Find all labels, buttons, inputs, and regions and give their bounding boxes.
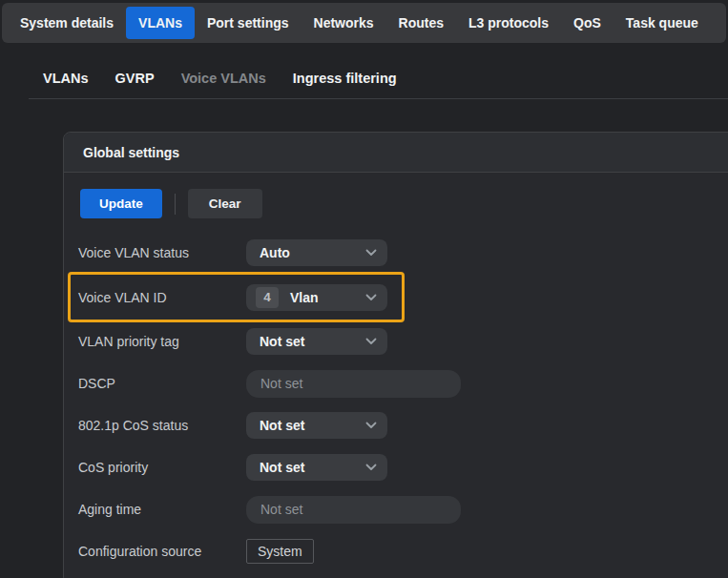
voice-vlan-id-dropdown[interactable]: 4 Vlan [246,284,387,311]
vlan-priority-tag-dropdown[interactable]: Not set [246,328,387,355]
dscp-label: DSCP [78,376,246,391]
clear-button[interactable]: Clear [188,189,262,218]
cos-priority-dropdown[interactable]: Not set [246,454,387,481]
chevron-down-icon [365,294,377,301]
sub-nav: VLANs GVRP Voice VLANs Ingress filtering [0,43,728,86]
cos-status-label: 802.1p CoS status [78,418,246,433]
top-nav-tab-qos[interactable]: QoS [561,7,614,39]
dscp-input[interactable] [246,370,461,398]
top-nav-tab-routes[interactable]: Routes [386,7,456,39]
chevron-down-icon [365,464,377,471]
top-nav-tab-l3-protocols[interactable]: L3 protocols [456,7,561,39]
voice-vlan-id-label: Voice VLAN ID [78,290,246,305]
panel-actions: Update Clear [64,173,728,224]
aging-time-input[interactable] [246,496,461,524]
top-nav-tab-task-queue[interactable]: Task queue [614,7,711,39]
chevron-down-icon [365,249,377,257]
aging-time-label: Aging time [78,502,246,517]
voice-vlan-status-dropdown[interactable]: Auto [246,239,387,266]
button-separator [175,194,176,215]
voice-vlan-status-value: Auto [260,245,290,260]
voice-vlan-id-value: Vlan [290,290,319,305]
row-aging-time: Aging time [64,488,728,530]
row-voice-vlan-status: Voice VLAN status Auto [64,232,728,274]
panel-title: Global settings [83,145,179,160]
vlan-id-badge: 4 [256,287,279,308]
vlan-priority-tag-value: Not set [260,334,304,349]
panel-header: Global settings [64,133,728,173]
top-nav: System details VLANs Port settings Netwo… [2,3,726,43]
global-settings-panel: Global settings Update Clear Voice VLAN … [63,132,728,578]
row-cos-priority: CoS priority Not set [64,446,728,488]
top-nav-tab-vlans[interactable]: VLANs [126,7,195,39]
row-dscp: DSCP [64,362,728,404]
cos-status-value: Not set [260,418,304,433]
update-button[interactable]: Update [80,189,162,218]
voice-vlan-status-label: Voice VLAN status [78,245,246,260]
configuration-source-label: Configuration source [78,544,246,559]
sub-nav-tab-gvrp[interactable]: GVRP [115,71,155,86]
configuration-source-badge: System [246,539,314,564]
cos-priority-label: CoS priority [78,460,246,475]
top-nav-tab-networks[interactable]: Networks [302,7,386,39]
top-nav-tab-port-settings[interactable]: Port settings [195,7,302,39]
row-cos-status: 802.1p CoS status Not set [64,404,728,446]
cos-status-dropdown[interactable]: Not set [246,412,387,439]
row-vlan-priority-tag: VLAN priority tag Not set [64,320,728,362]
vlan-priority-tag-label: VLAN priority tag [78,334,246,349]
settings-form: Voice VLAN status Auto Voice VLAN ID 4 V… [64,224,728,578]
cos-priority-value: Not set [260,460,304,475]
row-configuration-source: Configuration source System [64,530,728,572]
chevron-down-icon [365,422,377,429]
sub-nav-tab-ingress-filtering[interactable]: Ingress filtering [293,71,397,86]
chevron-down-icon [365,338,377,345]
sub-nav-tab-vlans[interactable]: VLANs [43,71,89,86]
sub-nav-tab-voice-vlans[interactable]: Voice VLANs [181,71,266,86]
top-nav-tab-system-details[interactable]: System details [8,7,126,39]
row-voice-vlan-id-highlighted: Voice VLAN ID 4 Vlan [68,272,405,322]
subnav-divider [29,98,728,99]
